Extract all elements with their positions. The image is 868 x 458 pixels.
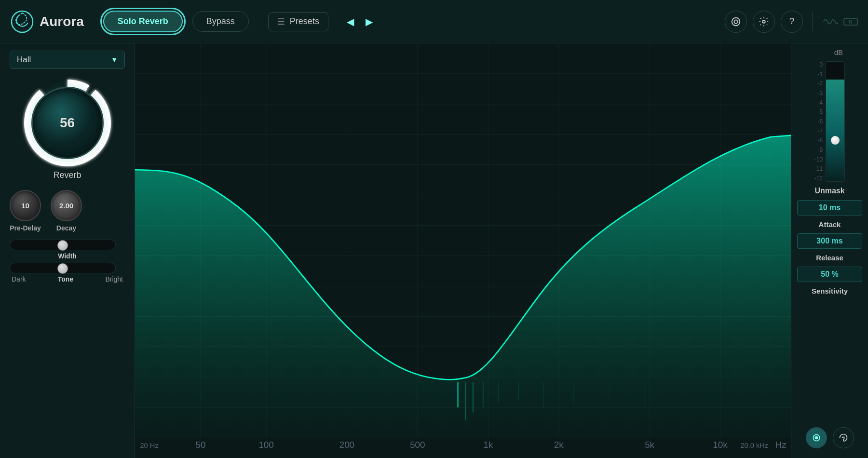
svg-text:500: 500 (410, 440, 425, 450)
db-5: -5 (814, 108, 823, 115)
svg-text:50: 50 (196, 440, 206, 450)
solo-reverb-button[interactable]: Solo Reverb (103, 11, 183, 32)
svg-text:20.0 kHz: 20.0 kHz (740, 442, 768, 449)
decay-wrap: 2.00 Decay (51, 190, 82, 232)
svg-point-2 (734, 20, 737, 23)
tone-center-label: Tone (58, 275, 73, 283)
visualization-area: 50 100 200 500 1k 2k 5k 10k Hz 20 Hz 20.… (135, 43, 791, 458)
preset-dropdown-arrow: ▼ (111, 56, 118, 64)
svg-text:Hz: Hz (775, 440, 787, 450)
db-8: -8 (814, 137, 823, 144)
header-divider (813, 12, 813, 31)
db-label: dB (834, 48, 843, 56)
app-title: Aurora (40, 14, 84, 29)
svg-text:20 Hz: 20 Hz (140, 442, 158, 449)
width-slider-thumb[interactable] (57, 240, 68, 251)
svg-text:5k: 5k (645, 440, 654, 450)
db-4: -4 (814, 99, 823, 106)
decay-label: Decay (56, 224, 76, 232)
output-level-meter[interactable] (826, 61, 845, 182)
bypass-button[interactable]: Bypass (192, 11, 249, 32)
logo-area: Aurora (10, 9, 84, 34)
frequency-chart: 50 100 200 500 1k 2k 5k 10k Hz 20 Hz 20.… (135, 43, 791, 458)
release-label: Release (816, 254, 843, 262)
db-scale: 0 -1 -2 -3 -4 -5 -6 -7 -8 -9 -10 -11 -12 (814, 61, 823, 182)
db-9: -9 (814, 147, 823, 153)
svg-point-1 (732, 17, 740, 26)
db-0: 0 (814, 61, 823, 68)
release-value-button[interactable]: 300 ms (797, 233, 862, 249)
reverb-knob-container: 56 Reverb (10, 80, 125, 180)
microphone-button[interactable] (806, 427, 827, 448)
tone-slider-row: Dark Tone Bright (10, 263, 125, 283)
presets-dropdown[interactable]: ☰ Presets (268, 12, 328, 31)
db-2: -2 (814, 80, 823, 87)
left-panel: Hall ▼ 56 Reverb 10 Pre-Delay 2.00 (0, 43, 135, 458)
main-layout: Hall ▼ 56 Reverb 10 Pre-Delay 2.00 (0, 43, 868, 458)
db-6: -6 (814, 118, 823, 125)
svg-text:10k: 10k (713, 440, 728, 450)
svg-text:N: N (849, 19, 852, 25)
tone-slider-thumb[interactable] (57, 263, 68, 274)
reverb-label: Reverb (53, 170, 81, 180)
reverb-value: 56 (60, 115, 75, 131)
pre-delay-wrap: 10 Pre-Delay (10, 190, 41, 232)
decay-knob[interactable]: 2.00 (51, 190, 82, 221)
header: Aurora Solo Reverb Bypass ☰ Presets ◀ ▶ … (0, 0, 868, 43)
bottom-icon-row (806, 427, 854, 448)
brand-icon-1 (823, 16, 838, 27)
svg-text:100: 100 (258, 440, 273, 450)
tone-slider[interactable] (10, 263, 116, 273)
meter-container: 0 -1 -2 -3 -4 -5 -6 -7 -8 -9 -10 -11 -12 (814, 61, 845, 182)
preset-name: Hall (17, 55, 31, 65)
tone-dark-label: Dark (12, 275, 26, 283)
sliders-container: Width Dark Tone Bright (10, 240, 125, 283)
right-panel: dB 0 -1 -2 -3 -4 -5 -6 -7 -8 -9 -10 -11 … (791, 43, 868, 458)
db-10: -10 (814, 156, 823, 163)
width-slider-row: Width (10, 240, 125, 260)
db-3: -3 (814, 90, 823, 96)
width-slider[interactable] (10, 240, 116, 250)
unmask-label: Unmask (814, 187, 844, 195)
small-knobs-row: 10 Pre-Delay 2.00 Decay (10, 190, 125, 232)
pre-delay-knob[interactable]: 10 (10, 190, 41, 221)
attack-label: Attack (819, 220, 841, 229)
aurora-logo-icon (10, 9, 35, 34)
ear-button[interactable] (833, 427, 854, 448)
brand-icons: N (823, 16, 858, 27)
db-7: -7 (814, 128, 823, 135)
brand-icon-2: N (843, 16, 858, 27)
listen-button[interactable] (725, 11, 747, 33)
svg-text:1k: 1k (483, 440, 493, 450)
attack-value-button[interactable]: 10 ms (797, 200, 862, 216)
presets-label: Presets (290, 16, 319, 27)
sensitivity-value-button[interactable]: 50 % (797, 267, 862, 282)
decay-value: 2.00 (59, 202, 73, 210)
db-12: -12 (814, 175, 823, 182)
knob-inner: 56 (31, 87, 104, 159)
svg-text:2k: 2k (554, 440, 564, 450)
svg-point-50 (815, 437, 817, 439)
tone-slider-labels: Dark Tone Bright (10, 275, 125, 283)
settings-button[interactable] (753, 11, 775, 33)
svg-text:200: 200 (339, 440, 354, 450)
svg-point-0 (12, 11, 33, 32)
db-11: -11 (814, 165, 823, 172)
preset-dropdown[interactable]: Hall ▼ (10, 51, 125, 69)
db-1: -1 (814, 71, 823, 78)
pre-delay-label: Pre-Delay (10, 224, 41, 232)
meter-thumb (831, 136, 840, 145)
width-label: Width (10, 252, 125, 260)
tone-bright-label: Bright (105, 275, 123, 283)
pre-delay-value: 10 (21, 202, 29, 210)
reverb-knob[interactable]: 56 (24, 80, 111, 166)
sensitivity-label: Sensitivity (812, 287, 848, 295)
next-preset-button[interactable]: ▶ (362, 14, 377, 29)
prev-preset-button[interactable]: ◀ (343, 14, 358, 29)
nav-arrows: ◀ ▶ (343, 14, 377, 29)
header-icons: ? N (725, 11, 858, 33)
svg-point-3 (762, 20, 765, 23)
help-button[interactable]: ? (781, 11, 803, 33)
